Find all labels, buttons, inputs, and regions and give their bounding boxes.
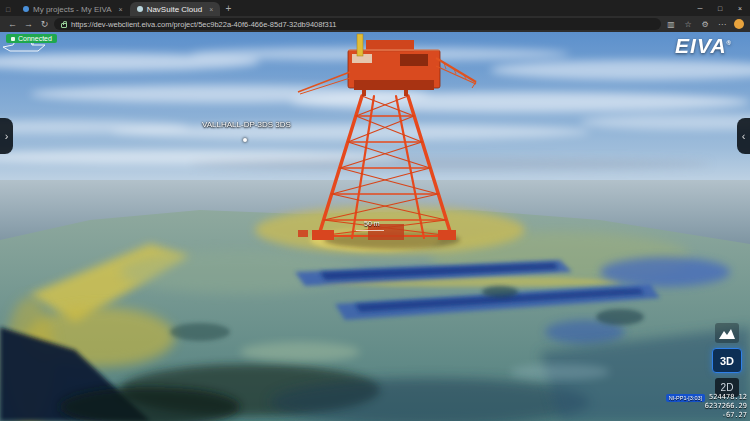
left-panel-toggle[interactable]: › [0,118,13,154]
browser-window: □ My projects - My EIVA × NavSuite Cloud… [0,0,750,421]
coordinate-northing: 6237266.29 [666,402,747,411]
back-icon[interactable]: ← [6,19,19,29]
refresh-icon[interactable]: ↻ [38,19,51,29]
profile-avatar[interactable] [734,19,744,29]
tab-close-icon[interactable]: × [209,6,213,13]
position-readout: NI-PP1-[3:03] 524478.12 6237266.29 -67.2… [666,393,747,420]
lock-icon [61,23,67,28]
tab-strip: □ My projects - My EIVA × NavSuite Cloud… [0,0,750,16]
tab-layout-icon[interactable]: □ [0,6,16,16]
connection-status-text: Connected [18,35,52,42]
eiva-logo: EIVA® [675,34,732,58]
address-bar[interactable]: https://dev-webclient.eiva.com/project/5… [54,18,661,30]
favorites-icon[interactable]: ☆ [681,20,695,29]
registered-mark: ® [727,40,732,46]
navsuite-viewer: Connected EIVA® VALLHALL-DP-3DS 3DS 50 m… [0,32,750,421]
scale-label: 50 m [364,220,380,227]
coordinate-depth: -67.27 [666,411,747,420]
browser-toolbar: ← → ↻ https://dev-webclient.eiva.com/pro… [0,16,750,32]
url-text: https://dev-webclient.eiva.com/project/5… [71,20,336,29]
annotation-pin-icon[interactable] [243,138,247,142]
view-3d-button[interactable]: 3D [712,348,742,373]
tab-title: NavSuite Cloud [147,5,203,14]
tab-title: My projects - My EIVA [33,5,112,14]
elevation-profile-button[interactable] [715,323,739,343]
scale-bar [356,230,384,231]
tab-close-icon[interactable]: × [119,6,123,13]
tab-my-projects[interactable]: My projects - My EIVA × [16,2,130,16]
forward-icon[interactable]: → [22,19,35,29]
connection-status-badge: Connected [6,34,57,43]
platform-annotation-label[interactable]: VALLHALL-DP-3DS 3DS [202,120,291,129]
connected-icon [11,37,15,41]
more-menu-icon[interactable]: ⋯ [715,20,729,29]
coordinate-easting: 524478.12 [709,393,747,402]
window-controls: ─ □ × [690,0,750,16]
tab-navsuite-cloud[interactable]: NavSuite Cloud × [130,2,221,16]
nav-source-badge: NI-PP1-[3:03] [666,394,705,402]
tab-favicon [23,6,29,12]
eiva-logo-text: EIVA [675,34,726,57]
settings-gear-icon[interactable]: ⚙ [698,20,712,29]
maximize-button[interactable]: □ [710,0,730,16]
minimize-button[interactable]: ─ [690,0,710,16]
tab-favicon [137,6,143,12]
area-chart-icon [719,327,735,339]
close-button[interactable]: × [730,0,750,16]
new-tab-button[interactable]: + [220,3,236,16]
right-panel-toggle[interactable]: ‹ [737,118,750,154]
split-screen-icon[interactable]: ▥ [664,20,678,29]
